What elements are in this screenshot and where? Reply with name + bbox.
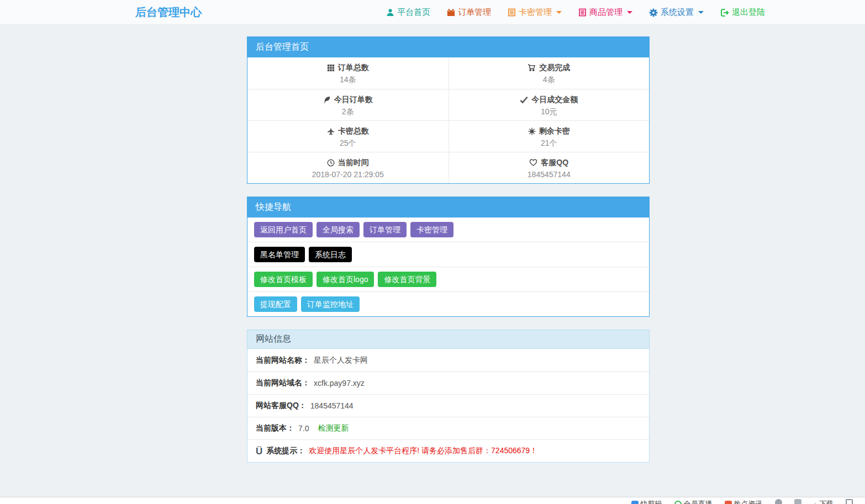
check-update-link[interactable]: 检测更新 [318,423,349,433]
gear-icon [649,8,658,17]
info-value: 1845457144 [310,401,354,410]
news-icon [725,501,732,504]
apps-grid-icon [846,499,853,504]
heart-icon [529,158,537,167]
main-content: 后台管理首页 订单总数 14条 交易完成 4条 今日订单数 [247,25,650,463]
chevron-down-icon [556,11,562,14]
hot-news-item[interactable]: 热点资讯 [725,499,763,504]
grid-menu-item[interactable] [846,499,853,504]
stat-current-time: 当前时间 2018-07-20 21:29:05 [247,152,449,183]
info-label: 网站客服QQ： [256,401,307,411]
top-navbar: 后台管理中心 平台首页 订单管理 卡密管理 商品管理 [0,0,865,25]
nav-item-card-management[interactable]: 卡密管理 [508,7,562,18]
edit-home-template-button[interactable]: 修改首页模板 [254,272,313,287]
stat-service-qq: 客服QQ 1845457144 [449,152,650,183]
magnet-icon: Ü [256,447,262,456]
bar-label: 快剪辑 [641,499,662,504]
stat-label: 当前时间 [338,157,369,168]
nav-item-system-settings[interactable]: 系统设置 [649,7,704,18]
tool-icon [775,499,782,504]
member-live-item[interactable]: 会员直播 [674,499,713,504]
info-label: 当前网站名称： [256,356,310,365]
system-notice-row: Ü 系统提示： 欢迎使用星辰个人发卡平台程序! 请务必添加售后群：7245066… [247,439,649,462]
nav-label: 订单管理 [458,7,491,18]
nav-label: 平台首页 [397,7,430,18]
bar-label: 下载 [819,499,834,504]
stat-value: 21个 [451,138,647,148]
dashboard-panel: 后台管理首页 订单总数 14条 交易完成 4条 今日订单数 [247,36,650,184]
nav-label: 商品管理 [589,7,623,18]
certificate-icon [528,128,536,135]
version-row: 当前版本： 7.0 检测更新 [247,417,649,439]
order-management-button[interactable]: 订单管理 [363,222,407,237]
system-notice-text: 欢迎使用星辰个人发卡平台程序! 请务必添加售后群：724506679！ [309,446,537,456]
clip-icon [631,501,639,504]
quick-nav-panel: 快捷导航 返回用户首页 全局搜索 订单管理 卡密管理 黑名单管理 系统日志 修改… [247,197,650,317]
bar-label: 热点资讯 [734,499,763,504]
stat-value: 25个 [250,138,446,148]
list-icon [578,8,587,17]
panel-title: 后台管理首页 [247,37,649,57]
panel-title: 网站信息 [247,330,649,349]
nav-item-platform-home[interactable]: 平台首页 [386,7,430,18]
withdraw-config-button[interactable]: 提现配置 [254,296,297,312]
main-nav: 平台首页 订单管理 卡密管理 商品管理 系统设置 [386,0,765,25]
stat-label: 交易完成 [539,62,570,73]
tool-icon [794,499,801,504]
brand-title[interactable]: 后台管理中心 [135,5,202,20]
stat-total-cards: 卡密总数 25个 [247,120,449,152]
global-search-button[interactable]: 全局搜索 [317,222,360,237]
site-name-row: 当前网站名称： 星辰个人发卡网 [247,349,649,372]
user-icon [386,8,394,17]
leaf-icon [323,96,331,104]
stat-label: 今日成交金额 [531,94,578,105]
order-monitor-url-button[interactable]: 订单监控地址 [301,296,360,312]
stat-remaining-cards: 剩余卡密 21个 [449,120,650,152]
browser-bottom-bar: 快剪辑 会员直播 热点资讯 ↓ 下载 [0,497,865,504]
download-item[interactable]: ↓ 下载 [814,499,834,504]
nav-item-order-management[interactable]: 订单管理 [447,7,491,18]
info-label: 系统提示： [266,446,305,456]
stat-value: 10元 [451,107,647,117]
cart-icon [528,63,536,72]
stat-value: 2条 [250,107,446,117]
blacklist-management-button[interactable]: 黑名单管理 [254,247,305,262]
grid-icon [327,64,335,72]
info-value: 7.0 [298,424,309,433]
quick-nav-row-purple: 返回用户首页 全局搜索 订单管理 卡密管理 [247,217,649,242]
info-value: 星辰个人发卡网 [314,356,368,365]
calendar-icon [447,8,455,17]
quick-nav-row-green: 修改首页模板 修改首页logo 修改首页背景 [247,267,649,291]
nav-item-logout[interactable]: 退出登陆 [720,7,765,18]
quick-nav-row-sky: 提现配置 订单监控地址 [247,291,649,316]
site-info-panel: 网站信息 当前网站名称： 星辰个人发卡网 当前网站域名： xcfk.pay97.… [247,330,650,463]
edit-home-logo-button[interactable]: 修改首页logo [317,272,374,287]
stat-label: 订单总数 [338,62,369,73]
nav-label: 卡密管理 [519,7,552,18]
stat-label: 客服QQ [541,157,568,168]
stat-value: 14条 [250,75,446,85]
stat-today-orders: 今日订单数 2条 [247,89,449,120]
edit-home-background-button[interactable]: 修改首页背景 [378,272,436,287]
toolbar-extra-2[interactable] [794,499,801,504]
stat-value: 4条 [451,75,647,85]
quick-clip-item[interactable]: 快剪辑 [631,499,662,504]
check-icon [520,96,528,104]
system-log-button[interactable]: 系统日志 [309,247,352,262]
stat-label: 剩余卡密 [539,126,570,136]
plane-icon [327,128,335,135]
toolbar-extra-1[interactable] [775,499,782,504]
stat-label: 今日订单数 [334,94,373,105]
stats-grid: 订单总数 14条 交易完成 4条 今日订单数 2条 [247,57,649,183]
list-icon [508,8,516,17]
site-domain-row: 当前网站域名： xcfk.pay97.xyz [247,372,649,394]
stat-value: 2018-07-20 21:29:05 [250,169,446,180]
stat-total-orders: 订单总数 14条 [247,57,449,89]
nav-item-product-management[interactable]: 商品管理 [578,7,632,18]
nav-label: 系统设置 [661,7,694,18]
download-icon: ↓ [814,500,817,504]
card-management-button[interactable]: 卡密管理 [410,222,453,237]
stat-value: 1845457144 [451,169,647,180]
back-to-user-home-button[interactable]: 返回用户首页 [254,222,313,237]
chevron-down-icon [627,11,632,14]
